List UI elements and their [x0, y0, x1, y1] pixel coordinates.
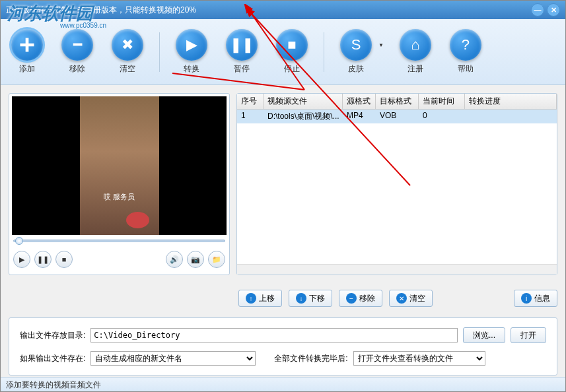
separator	[159, 32, 160, 72]
folder-button[interactable]: 📁	[208, 251, 225, 268]
convert-button[interactable]: ▶ 转换	[173, 26, 210, 77]
help-button[interactable]: ? 帮助	[447, 26, 484, 77]
col-src-fmt[interactable]: 源格式	[343, 94, 376, 109]
home-icon: ⌂	[400, 29, 431, 61]
arrow-up-icon: ↑	[246, 293, 256, 304]
col-progress[interactable]: 转换进度	[465, 94, 557, 109]
status-text: 添加要转换的视频音频文件	[6, 380, 101, 389]
player-controls: ▶ ❚❚ ■ 🔊 📷 📁	[12, 247, 227, 272]
clear-button[interactable]: ✖ 清空	[109, 26, 146, 77]
statusbar: 添加要转换的视频音频文件	[1, 377, 565, 391]
add-button[interactable]: 添加	[9, 26, 46, 77]
output-dir-input[interactable]	[90, 328, 458, 343]
remove-item-button[interactable]: −移除	[339, 290, 382, 307]
minimize-button[interactable]: —	[531, 3, 544, 16]
titlebar: 正式版软件不限制。未注册版本，只能转换视频的20% — ✕	[1, 1, 565, 19]
x-icon: ✖	[112, 29, 143, 61]
main-toolbar: 添加 ━ 移除 ✖ 清空 ▶ 转换 ❚❚ 暂停 ■ 停止 S 皮肤 ▼ ⌂ 注册…	[1, 19, 565, 85]
register-button[interactable]: ⌂ 注册	[397, 26, 434, 77]
stop-button[interactable]: ■ 停止	[273, 26, 310, 77]
browse-button[interactable]: 浏览...	[463, 327, 505, 343]
col-tgt-fmt[interactable]: 目标格式	[376, 94, 419, 109]
play-mini-button[interactable]: ▶	[13, 251, 30, 268]
move-up-button[interactable]: ↑上移	[238, 290, 282, 307]
plus-icon	[11, 29, 43, 61]
minus-small-icon: −	[346, 293, 357, 304]
pause-icon: ❚❚	[226, 29, 258, 61]
minus-icon: ━	[61, 29, 93, 61]
exists-label: 如果输出文件存在:	[20, 353, 85, 364]
window-controls: — ✕	[531, 3, 560, 16]
table-header: 序号 视频源文件 源格式 目标格式 当前时间 转换进度	[237, 94, 557, 110]
pause-mini-button[interactable]: ❚❚	[34, 251, 52, 268]
titlebar-text: 正式版软件不限制。未注册版本，只能转换视频的20%	[6, 5, 196, 16]
file-list-panel: 序号 视频源文件 源格式 目标格式 当前时间 转换进度 1 D:\tools\桌…	[236, 93, 557, 275]
video-caption: 哎 服务员	[104, 192, 135, 202]
horizontal-scrollbar[interactable]	[237, 264, 557, 275]
seek-slider[interactable]	[12, 235, 227, 247]
remove-button[interactable]: ━ 移除	[59, 26, 96, 77]
exists-select[interactable]: 自动生成相应的新文件名	[90, 351, 256, 366]
info-icon: i	[521, 293, 532, 304]
col-source[interactable]: 视频源文件	[264, 94, 343, 109]
table-row[interactable]: 1 D:\tools\桌面\视频\... MP4 VOB 0	[237, 110, 557, 123]
skin-button[interactable]: S 皮肤	[337, 26, 374, 77]
preview-panel: 哎 服务员 ▶ ❚❚ ■ 🔊 📷 📁	[9, 93, 230, 275]
open-button[interactable]: 打开	[511, 327, 546, 343]
separator	[324, 32, 324, 72]
video-preview[interactable]: 哎 服务员	[12, 96, 227, 235]
snapshot-button[interactable]: 📷	[187, 251, 204, 268]
arrow-down-icon: ↓	[296, 293, 306, 304]
stop-mini-button[interactable]: ■	[55, 251, 73, 268]
chevron-down-icon[interactable]: ▼	[378, 42, 384, 48]
question-icon: ?	[450, 29, 481, 61]
list-action-bar: ↑上移 ↓下移 −移除 ✕清空 i信息	[1, 283, 565, 317]
col-time[interactable]: 当前时间	[419, 94, 465, 109]
col-seq[interactable]: 序号	[237, 94, 264, 109]
output-dir-label: 输出文件存放目录:	[20, 330, 85, 341]
skin-icon: S	[340, 29, 372, 61]
play-icon: ▶	[176, 29, 207, 61]
info-button[interactable]: i信息	[514, 290, 557, 307]
main-area: 哎 服务员 ▶ ❚❚ ■ 🔊 📷 📁 序号 视频源文件 源格式 目标格式 当前时…	[1, 85, 565, 283]
after-label: 全部文件转换完毕后:	[274, 353, 347, 364]
output-panel: 输出文件存放目录: 浏览... 打开 如果输出文件存在: 自动生成相应的新文件名…	[9, 317, 557, 376]
after-select[interactable]: 打开文件夹查看转换的文件	[353, 351, 485, 366]
stop-icon: ■	[276, 29, 308, 61]
x-small-icon: ✕	[396, 293, 407, 304]
watermark-url: www.pc0359.cn	[60, 22, 106, 29]
video-detail	[126, 212, 149, 228]
clear-list-button[interactable]: ✕清空	[389, 290, 433, 307]
move-down-button[interactable]: ↓下移	[289, 290, 332, 307]
table-body[interactable]: 1 D:\tools\桌面\视频\... MP4 VOB 0	[237, 110, 557, 264]
video-frame: 哎 服务员	[80, 96, 159, 235]
close-button[interactable]: ✕	[547, 3, 560, 16]
volume-button[interactable]: 🔊	[166, 251, 183, 268]
pause-button[interactable]: ❚❚ 暂停	[223, 26, 260, 77]
